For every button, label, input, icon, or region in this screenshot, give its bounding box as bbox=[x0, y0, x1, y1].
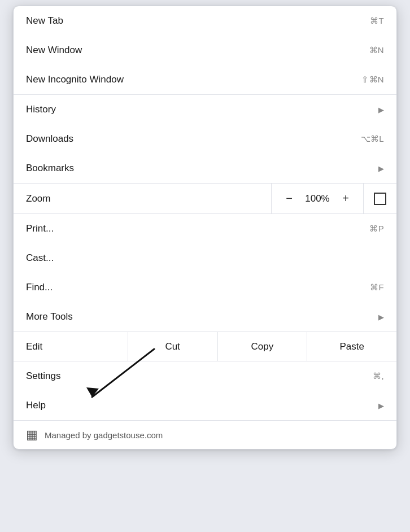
managed-row: ▦ Managed by gadgetstouse.com bbox=[14, 421, 396, 449]
zoom-out-button[interactable]: − bbox=[277, 184, 301, 213]
zoom-row: Zoom − 100% + bbox=[14, 184, 396, 214]
new-window-label: New Window bbox=[26, 45, 82, 56]
new-incognito-item[interactable]: New Incognito Window ⇧⌘N bbox=[14, 65, 396, 94]
zoom-label: Zoom bbox=[26, 193, 50, 204]
paste-button[interactable]: Paste bbox=[307, 332, 396, 361]
history-label: History bbox=[26, 104, 56, 115]
new-window-shortcut: ⌘N bbox=[369, 45, 384, 55]
more-tools-label: More Tools bbox=[26, 311, 73, 322]
history-item[interactable]: History ▶ bbox=[14, 95, 396, 124]
help-label: Help bbox=[26, 400, 46, 411]
more-tools-item[interactable]: More Tools ▶ bbox=[14, 302, 396, 332]
help-arrow-icon: ▶ bbox=[378, 402, 384, 410]
edit-row: Edit Cut Copy Paste bbox=[14, 332, 396, 361]
downloads-label: Downloads bbox=[26, 133, 73, 145]
edit-label: Edit bbox=[26, 341, 42, 352]
context-menu: New Tab ⌘T New Window ⌘N New Incognito W… bbox=[13, 6, 397, 450]
zoom-value: 100% bbox=[301, 193, 334, 204]
cut-button[interactable]: Cut bbox=[128, 332, 218, 361]
managed-icon: ▦ bbox=[26, 428, 38, 442]
bookmarks-arrow-icon: ▶ bbox=[378, 164, 384, 173]
managed-text: Managed by gadgetstouse.com bbox=[45, 430, 163, 440]
find-shortcut: ⌘F bbox=[370, 282, 384, 293]
new-incognito-shortcut: ⇧⌘N bbox=[361, 75, 384, 85]
section-settings: Settings ⌘, Help ▶ bbox=[14, 361, 396, 421]
new-tab-shortcut: ⌘T bbox=[370, 16, 384, 26]
section-nav: History ▶ Downloads ⌥⌘L Bookmarks ▶ bbox=[14, 95, 396, 184]
zoom-in-button[interactable]: + bbox=[334, 184, 357, 213]
new-tab-item[interactable]: New Tab ⌘T bbox=[14, 6, 396, 36]
find-label: Find... bbox=[26, 282, 53, 293]
fullscreen-icon bbox=[374, 193, 386, 205]
settings-item[interactable]: Settings ⌘, bbox=[14, 361, 396, 391]
print-shortcut: ⌘P bbox=[369, 224, 384, 234]
history-arrow-icon: ▶ bbox=[378, 106, 384, 114]
zoom-controls: − 100% + bbox=[272, 184, 364, 213]
zoom-label-section[interactable]: Zoom bbox=[14, 184, 272, 213]
more-tools-arrow-icon: ▶ bbox=[378, 313, 384, 321]
find-item[interactable]: Find... ⌘F bbox=[14, 273, 396, 302]
section-new: New Tab ⌘T New Window ⌘N New Incognito W… bbox=[14, 6, 396, 95]
bookmarks-item[interactable]: Bookmarks ▶ bbox=[14, 154, 396, 183]
settings-label: Settings bbox=[26, 370, 60, 382]
help-item[interactable]: Help ▶ bbox=[14, 391, 396, 420]
cast-label: Cast... bbox=[26, 252, 54, 264]
cast-item[interactable]: Cast... bbox=[14, 243, 396, 273]
print-label: Print... bbox=[26, 223, 54, 234]
section-tools: Print... ⌘P Cast... Find... ⌘F More Tool… bbox=[14, 214, 396, 332]
copy-button[interactable]: Copy bbox=[218, 332, 308, 361]
print-item[interactable]: Print... ⌘P bbox=[14, 214, 396, 243]
downloads-item[interactable]: Downloads ⌥⌘L bbox=[14, 124, 396, 154]
fullscreen-button[interactable] bbox=[364, 184, 396, 213]
new-incognito-label: New Incognito Window bbox=[26, 74, 124, 85]
new-tab-label: New Tab bbox=[26, 15, 63, 27]
downloads-shortcut: ⌥⌘L bbox=[361, 134, 384, 144]
settings-shortcut: ⌘, bbox=[373, 371, 384, 381]
edit-label-section[interactable]: Edit bbox=[14, 332, 128, 361]
bookmarks-label: Bookmarks bbox=[26, 163, 74, 174]
new-window-item[interactable]: New Window ⌘N bbox=[14, 36, 396, 65]
